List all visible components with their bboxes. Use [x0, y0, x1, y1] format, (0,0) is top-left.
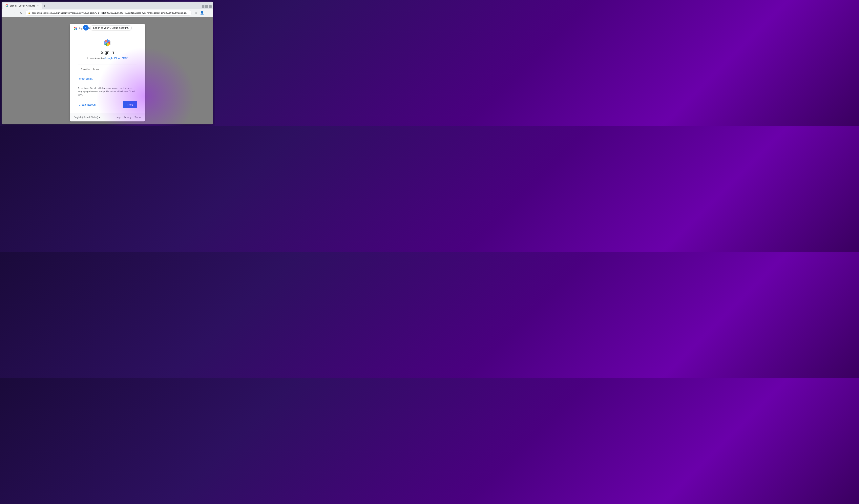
address-bar[interactable]: 🔒 accounts.google.com/v3/signin/identifi…	[25, 10, 192, 16]
new-tab-button[interactable]: +	[42, 3, 47, 9]
help-link[interactable]: Help	[116, 116, 120, 119]
google-logo-icon	[74, 27, 77, 30]
active-tab[interactable]: Sign in - Google Accounts ×	[3, 3, 42, 9]
footer-links: Help Privacy Terms	[116, 116, 141, 119]
email-input[interactable]	[78, 65, 137, 74]
terms-link[interactable]: Terms	[135, 116, 141, 119]
url-text: accounts.google.com/v3/signin/identifier…	[32, 12, 189, 14]
tab-close-button[interactable]: ×	[37, 4, 40, 7]
browser-toolbar: ← → ↻ 🔒 accounts.google.com/v3/signin/id…	[2, 9, 213, 17]
card-actions: Create account Next	[78, 101, 137, 108]
signin-subtitle: to continue to Google Cloud SDK	[78, 57, 137, 60]
window-controls: ─ □ ✕	[202, 5, 212, 9]
privacy-notice-text: To continue, Google will share your name…	[78, 87, 137, 96]
bookmark-button[interactable]: ☆	[193, 10, 199, 16]
privacy-link[interactable]: Privacy	[124, 116, 131, 119]
reload-button[interactable]: ↻	[18, 10, 24, 16]
browser-window: Sign in - Google Accounts × + ─ □ ✕ ← → …	[2, 2, 213, 124]
create-account-button[interactable]: Create account	[78, 102, 97, 108]
signin-subtitle-prefix: to continue to	[87, 57, 104, 60]
email-input-wrapper	[78, 65, 137, 74]
forgot-email-link[interactable]: Forgot email?	[78, 77, 93, 80]
signin-card: Sign in with Google	[70, 24, 145, 122]
toolbar-actions: ☆ 👤 ⋮	[193, 10, 211, 16]
close-window-button[interactable]: ✕	[209, 5, 212, 8]
card-footer: English (United States) ▾ Help Privacy T…	[70, 113, 145, 121]
next-button[interactable]: Next	[123, 101, 137, 108]
language-text: English (United States)	[74, 116, 98, 119]
tab-bar: Sign in - Google Accounts × + ─ □ ✕	[2, 2, 213, 9]
signin-title: Sign in	[78, 50, 137, 55]
tab-favicon	[5, 4, 8, 7]
back-button[interactable]: ←	[4, 10, 10, 16]
tab-title-text: Sign in - Google Accounts	[10, 4, 35, 7]
step-number: 4	[83, 25, 89, 31]
language-selector[interactable]: English (United States) ▾	[74, 116, 100, 119]
minimize-button[interactable]: ─	[202, 5, 205, 8]
google-cloud-icon	[103, 39, 111, 47]
dropdown-chevron-icon: ▾	[99, 116, 100, 119]
step-indicator: 4 Log in to your GCloud account.	[83, 25, 132, 31]
secure-lock-icon: 🔒	[28, 12, 31, 14]
google-product-logo-container	[78, 39, 137, 47]
card-body: Sign in to continue to Google Cloud SDK …	[70, 33, 145, 113]
profile-button[interactable]: 👤	[199, 10, 205, 16]
step-label-text: Log in to your GCloud account.	[90, 25, 132, 30]
forward-button[interactable]: →	[11, 10, 17, 16]
app-name-link[interactable]: Google Cloud SDK	[104, 57, 128, 60]
menu-button[interactable]: ⋮	[205, 10, 211, 16]
maximize-button[interactable]: □	[205, 5, 208, 8]
page-content: 4 Log in to your GCloud account. Sign in…	[2, 17, 213, 124]
